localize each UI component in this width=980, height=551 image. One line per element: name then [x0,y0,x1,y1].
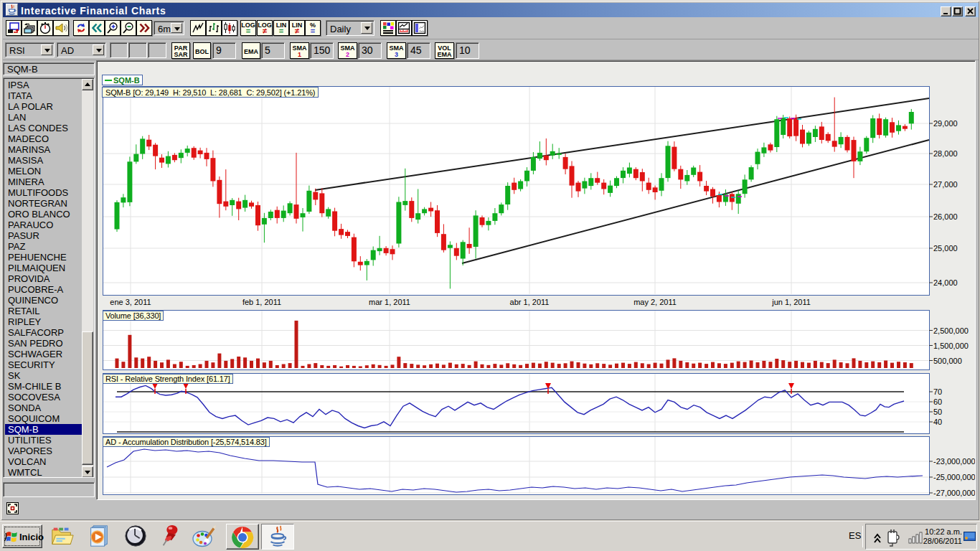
svg-text:-23,000,000: -23,000,000 [933,457,975,466]
svg-text:abr 1, 2011: abr 1, 2011 [510,298,550,306]
svg-text:-25,000,000: -25,000,000 [933,473,975,481]
svg-text:jun 1, 2011: jun 1, 2011 [771,298,811,306]
svg-text:29,000: 29,000 [933,119,958,128]
svg-text:24,000: 24,000 [933,278,958,287]
svg-text:28,000: 28,000 [933,149,958,158]
svg-text:2,500,000: 2,500,000 [933,326,969,335]
svg-text:27,000: 27,000 [933,180,958,189]
svg-text:70: 70 [933,387,942,396]
svg-text:40: 40 [933,418,942,426]
svg-text:ene 3, 2011: ene 3, 2011 [110,298,151,306]
svg-text:26,000: 26,000 [933,212,958,221]
svg-text:may 2, 2011: may 2, 2011 [633,298,677,306]
svg-text:feb 1, 2011: feb 1, 2011 [242,298,281,306]
svg-text:mar 1, 2011: mar 1, 2011 [369,298,410,306]
svg-text:60: 60 [933,397,942,406]
svg-text:500,000: 500,000 [933,357,962,365]
svg-text:1,500,000: 1,500,000 [933,342,969,350]
svg-text:50: 50 [933,408,942,416]
svg-text:25,000: 25,000 [933,244,958,253]
svg-text:SQM-B: SQM-B [113,76,140,85]
svg-text:-27,000,000: -27,000,000 [933,489,975,497]
